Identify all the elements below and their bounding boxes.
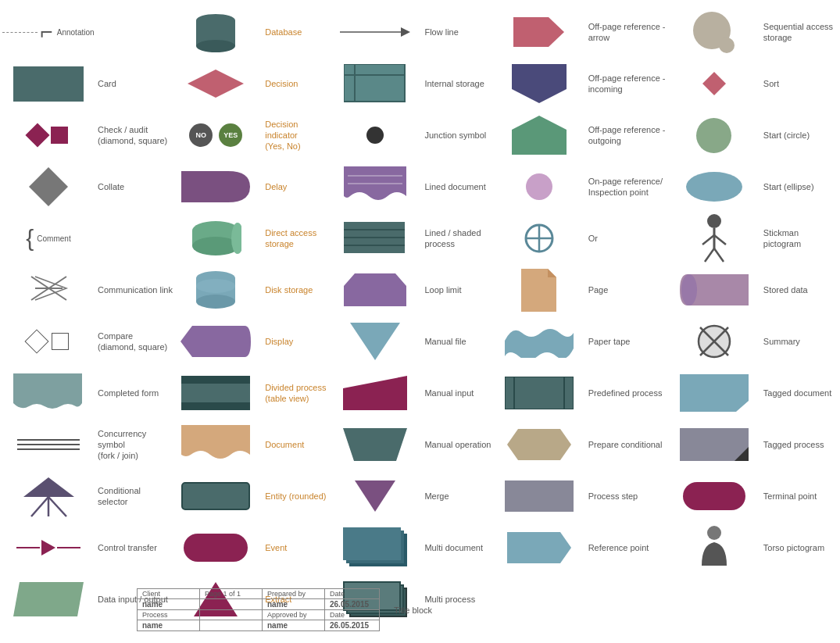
svg-marker-39 xyxy=(512,116,567,155)
label-offpage-incoming: Off-page reference -incoming xyxy=(588,73,666,95)
tagged-process-svg xyxy=(680,428,749,461)
label-onpage-ref: On-page reference/Inspection point xyxy=(588,176,663,198)
comment-label-inner: Comment xyxy=(37,234,70,243)
shape-junction-area xyxy=(332,115,418,155)
label-offpage-outgoing: Off-page reference -outgoing xyxy=(588,124,666,147)
lined-doc-svg xyxy=(344,166,406,207)
page-svg xyxy=(521,269,556,312)
item-multi-doc: Multi document xyxy=(332,526,495,570)
shape-paper-tape-area xyxy=(496,321,582,362)
item-predefined: Predefined process xyxy=(496,371,671,415)
date-label-2: Date xyxy=(325,610,380,620)
shape-card-area xyxy=(5,63,91,104)
label-predefined: Predefined process xyxy=(588,388,663,398)
item-card: Card xyxy=(5,62,173,105)
shape-offpage-incoming-area xyxy=(496,63,582,104)
shape-divided-process-area xyxy=(173,373,259,413)
label-reference-point: Reference point xyxy=(588,542,649,553)
display-svg xyxy=(181,326,251,357)
shape-concurrency-area xyxy=(5,424,91,465)
database-svg xyxy=(195,11,238,54)
torso-svg xyxy=(699,525,730,570)
or-svg xyxy=(524,223,555,254)
label-decision-indicator: Decision indicator(Yes, No) xyxy=(265,119,332,152)
check-diamond xyxy=(25,123,49,147)
label-comm-link: Communication link xyxy=(98,284,173,295)
item-document: Document xyxy=(173,423,332,466)
shape-summary-area xyxy=(671,321,757,362)
item-concurrency: Concurrency symbol(fork / join) xyxy=(5,423,173,466)
svg-marker-49 xyxy=(507,532,571,563)
event-shape xyxy=(184,534,248,562)
shape-direct-access-area xyxy=(173,218,259,259)
item-database: Database xyxy=(173,10,332,54)
item-delay: Delay xyxy=(173,165,332,209)
data-input-svg xyxy=(13,582,84,616)
shape-internal-storage-area xyxy=(332,63,418,104)
shape-flowline-area xyxy=(332,12,418,52)
label-collate: Collate xyxy=(98,181,124,192)
prepared-by-name: name xyxy=(263,599,325,610)
svg-marker-7 xyxy=(13,582,84,616)
sort-svg xyxy=(702,72,726,95)
label-compare: Compare(diamond, square) xyxy=(98,330,167,353)
shape-page-area xyxy=(496,270,582,310)
label-stickman: Stickman pictogram xyxy=(763,227,835,250)
process-name: name xyxy=(138,620,200,631)
shape-comm-link-area xyxy=(5,270,91,310)
direct-access-svg xyxy=(191,219,241,258)
label-torso: Torso pictogram xyxy=(763,542,824,553)
shape-or-area xyxy=(496,218,582,259)
svg-marker-52 xyxy=(702,72,726,95)
label-internal-storage: Internal storage xyxy=(424,78,484,89)
svg-rect-45 xyxy=(505,377,574,409)
tagged-doc-svg xyxy=(680,374,749,412)
item-comment: { Comment xyxy=(5,216,173,260)
predefined-svg xyxy=(505,377,574,409)
lined-shaded-svg xyxy=(344,222,406,255)
item-junction: Junction symbol xyxy=(332,113,495,157)
manual-op-svg xyxy=(343,428,407,461)
label-event: Event xyxy=(265,542,287,553)
shape-stored-data-area xyxy=(671,270,757,310)
label-entity-rounded: Entity (rounded) xyxy=(265,491,326,502)
item-lined-doc: Lined document xyxy=(332,165,495,209)
page-value xyxy=(200,599,263,610)
approved-by-label: Approved by xyxy=(263,610,325,620)
item-manual-op: Manual operation xyxy=(332,423,495,466)
item-entity-rounded: Entity (rounded) xyxy=(173,474,332,518)
label-multi-process: Multi process xyxy=(424,594,475,605)
item-control-transfer: Control transfer xyxy=(5,526,173,570)
item-disk-storage: Disk storage xyxy=(173,268,332,312)
date-label-1: Date xyxy=(325,589,380,599)
label-display: Display xyxy=(265,336,293,347)
client-name: name xyxy=(138,599,200,610)
label-sort: Sort xyxy=(763,78,779,89)
svg-marker-0 xyxy=(29,167,68,187)
annotation-text: Annotation xyxy=(57,28,95,37)
di-yes: YES xyxy=(219,123,242,147)
approved-by-name: name xyxy=(263,620,325,631)
label-flowline: Flow line xyxy=(424,27,458,38)
shape-decision-area xyxy=(173,63,259,104)
shape-offpage-arrow-area xyxy=(496,12,582,52)
svg-line-57 xyxy=(705,248,714,262)
svg-point-66 xyxy=(707,526,721,540)
title-block-section: Client Page 1 of 1 Prepared by Date name… xyxy=(137,588,432,631)
loop-limit-svg xyxy=(344,273,406,306)
cond-sel-svg xyxy=(20,473,78,519)
item-compare: Compare(diamond, square) xyxy=(5,320,173,363)
svg-rect-2 xyxy=(13,373,82,403)
collate-svg xyxy=(29,167,68,206)
svg-marker-35 xyxy=(343,376,407,410)
item-process-step: Process step xyxy=(496,474,671,518)
flowline-svg xyxy=(340,24,410,40)
label-delay: Delay xyxy=(265,181,287,192)
shape-event-area xyxy=(173,527,259,568)
item-manual-file: Manual file xyxy=(332,320,495,363)
page-label: Page 1 of 1 xyxy=(200,589,263,599)
label-tagged-process: Tagged process xyxy=(763,439,824,450)
item-terminal: Terminal point xyxy=(671,474,835,518)
entity-rounded-shape xyxy=(181,482,250,510)
audit-square xyxy=(51,127,68,144)
